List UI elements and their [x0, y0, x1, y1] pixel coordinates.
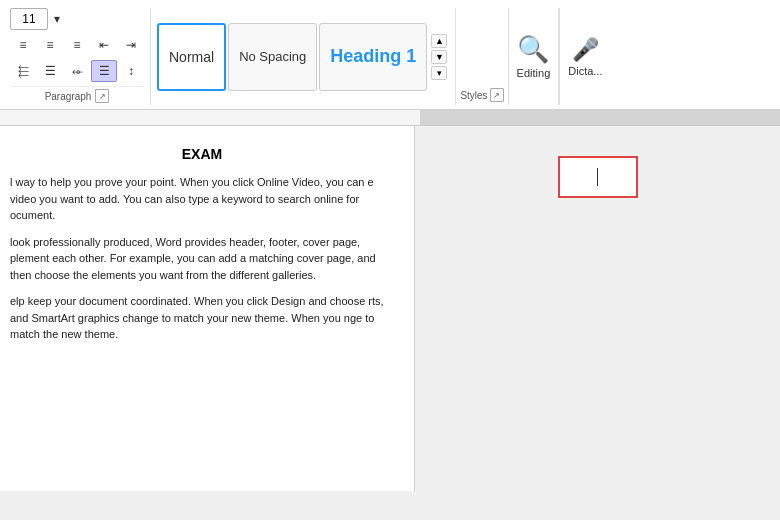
style-normal-btn[interactable]: Normal [157, 23, 226, 91]
ribbon: ▾ ≡ ≡ ≡ ⇤ ⇥ ⬱ ☰ ⬰ ☰ ↕ Paragraph ↗ [0, 0, 780, 110]
font-size-dropdown[interactable]: ▾ [49, 8, 65, 30]
styles-scroll-up[interactable]: ▲ [431, 34, 447, 48]
doc-paragraph-3: elp keep your document coordinated. When… [10, 293, 394, 343]
align-justify-btn[interactable]: ☰ [91, 60, 117, 82]
search-icon: 🔍 [517, 34, 549, 65]
doc-paragraph-1: l way to help you prove your point. When… [10, 174, 394, 224]
styles-section: Normal No Spacing Heading 1 ▲ ▼ ▾ [151, 8, 456, 105]
font-size-input[interactable] [10, 8, 48, 30]
page-left[interactable]: EXAM l way to help you prove your point.… [0, 126, 415, 491]
paragraph-label: Paragraph [45, 91, 92, 102]
paragraph-expand-btn[interactable]: ↗ [95, 89, 109, 103]
align-center-btn[interactable]: ☰ [37, 60, 63, 82]
styles-expand-btn[interactable]: ↗ [490, 88, 504, 102]
main-area: EXAM l way to help you prove your point.… [0, 126, 780, 491]
style-heading-btn[interactable]: Heading 1 [319, 23, 427, 91]
indent-decrease-btn[interactable]: ⇤ [91, 34, 117, 56]
align-left-btn[interactable]: ⬱ [10, 60, 36, 82]
document-heading: EXAM [10, 146, 394, 162]
dictate-section: 🎤 Dicta... [559, 8, 610, 105]
dictate-label: Dicta... [568, 65, 602, 77]
style-no-spacing-btn[interactable]: No Spacing [228, 23, 317, 91]
bullet-list-btn[interactable]: ≡ [10, 34, 36, 56]
svg-rect-0 [420, 110, 780, 126]
ruler: 1 · 2 · 3 · 4 · 5 · 6 · 7 · 8 · 9 [0, 110, 780, 126]
styles-label: Styles [460, 90, 487, 101]
doc-paragraph-2: look professionally produced, Word provi… [10, 234, 394, 284]
ruler-svg: 1 · 2 · 3 · 4 · 5 · 6 · 7 · 8 · 9 [420, 110, 780, 126]
numbered-list-btn[interactable]: ≡ [37, 34, 63, 56]
editing-label: Editing [517, 67, 551, 79]
styles-scroll-controls: ▲ ▼ ▾ [429, 32, 449, 82]
indent-increase-btn[interactable]: ⇥ [118, 34, 144, 56]
dictate-icon: 🎤 [572, 37, 599, 63]
styles-scroll-down[interactable]: ▼ [431, 50, 447, 64]
styles-more[interactable]: ▾ [431, 66, 447, 80]
ribbon-main: ▾ ≡ ≡ ≡ ⇤ ⇥ ⬱ ☰ ⬰ ☰ ↕ Paragraph ↗ [6, 4, 774, 109]
cursor [597, 168, 598, 186]
font-size-group: ▾ ≡ ≡ ≡ ⇤ ⇥ ⬱ ☰ ⬰ ☰ ↕ Paragraph ↗ [6, 8, 151, 105]
page-right[interactable] [415, 126, 780, 491]
multilevel-list-btn[interactable]: ≡ [64, 34, 90, 56]
text-cursor-box[interactable] [558, 156, 638, 198]
editing-section: 🔍 Editing [509, 8, 560, 105]
align-right-btn[interactable]: ⬰ [64, 60, 90, 82]
line-spacing-btn[interactable]: ↕ [118, 60, 144, 82]
